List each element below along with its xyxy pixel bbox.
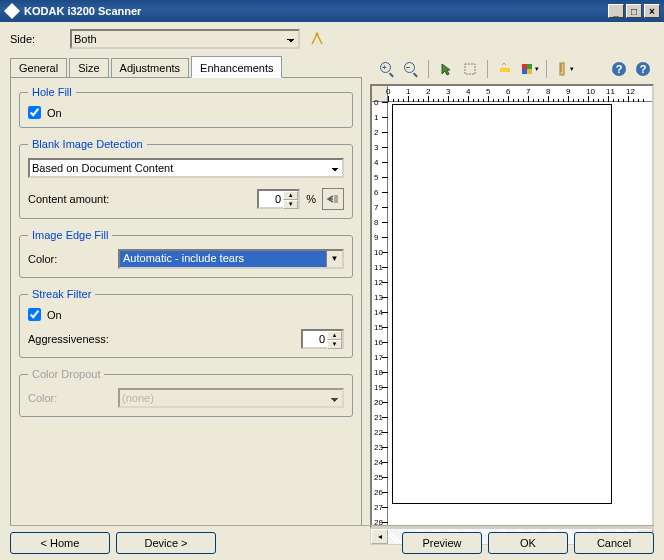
help-shortcut-icon[interactable]: ? xyxy=(608,58,630,80)
tab-size[interactable]: Size xyxy=(69,58,108,77)
tab-bar: General Size Adjustments Enhancements xyxy=(10,56,362,78)
svg-rect-2 xyxy=(465,64,475,74)
close-button[interactable]: × xyxy=(644,4,660,18)
content-amount-spinner[interactable]: ▲▼ xyxy=(257,189,300,209)
tool-ruler-icon[interactable]: ▾ xyxy=(553,58,575,80)
tool-region-icon[interactable] xyxy=(459,58,481,80)
ruler-vertical: 0123456789101112131415161718192021222324… xyxy=(372,102,388,526)
svg-rect-6 xyxy=(522,69,527,74)
svg-rect-1 xyxy=(334,195,338,203)
streak-filter-checkbox[interactable] xyxy=(28,308,41,321)
dropout-color-select: (none) xyxy=(118,388,344,408)
svg-rect-7 xyxy=(527,69,532,74)
title-bar: KODAK i3200 Scanner _ □ × xyxy=(0,0,664,22)
cancel-button[interactable]: Cancel xyxy=(574,532,654,554)
hole-fill-on-label: On xyxy=(47,107,62,119)
svg-rect-3 xyxy=(500,68,510,72)
streak-filter-legend: Streak Filter xyxy=(28,288,95,300)
hole-fill-legend: Hole Fill xyxy=(28,86,76,98)
tab-enhancements[interactable]: Enhancements xyxy=(191,56,282,78)
aggressiveness-spinner[interactable]: ▲▼ xyxy=(301,329,344,349)
ok-button[interactable]: OK xyxy=(488,532,568,554)
side-select[interactable]: Both xyxy=(70,29,300,49)
svg-rect-5 xyxy=(527,64,532,69)
edge-fill-group: Image Edge Fill Color: Automatic - inclu… xyxy=(19,229,353,278)
content-amount-input[interactable] xyxy=(259,191,283,207)
app-icon xyxy=(4,3,20,19)
maximize-button[interactable]: □ xyxy=(626,4,642,18)
dropout-color-label: Color: xyxy=(28,392,118,404)
aggressiveness-up[interactable]: ▲ xyxy=(327,331,342,340)
preview-page xyxy=(392,104,612,504)
edge-fill-legend: Image Edge Fill xyxy=(28,229,112,241)
percent-label: % xyxy=(306,193,316,205)
content-amount-down[interactable]: ▼ xyxy=(283,200,298,209)
aggressiveness-down[interactable]: ▼ xyxy=(327,340,342,349)
svg-text:?: ? xyxy=(640,63,647,75)
color-dropout-legend: Color Dropout xyxy=(28,368,104,380)
preview-toolbar: + − ▾ ▾ ? ? xyxy=(370,56,654,84)
preview-area: 0123456789101112 01234567891011121314151… xyxy=(370,84,654,528)
streak-filter-group: Streak Filter On Aggressiveness: ▲▼ xyxy=(19,288,353,358)
blank-image-mode-select[interactable]: Based on Document Content xyxy=(28,158,344,178)
window-title: KODAK i3200 Scanner xyxy=(24,5,606,17)
edge-fill-color-label: Color: xyxy=(28,253,118,265)
svg-rect-4 xyxy=(522,64,527,69)
tool-color-icon[interactable]: ▾ xyxy=(518,58,540,80)
tab-panel: Hole Fill On Blank Image Detection Based… xyxy=(10,78,362,526)
content-amount-up[interactable]: ▲ xyxy=(283,191,298,200)
bottom-bar: < Home Device > Preview OK Cancel xyxy=(10,525,654,554)
blank-image-group: Blank Image Detection Based on Document … xyxy=(19,138,353,219)
streak-on-label: On xyxy=(47,309,62,321)
device-button[interactable]: Device > xyxy=(116,532,216,554)
content-amount-label: Content amount: xyxy=(28,193,257,205)
ruler-horizontal: 0123456789101112 xyxy=(388,86,652,102)
side-tool-icon[interactable] xyxy=(306,28,328,50)
preview-button[interactable]: Preview xyxy=(402,532,482,554)
edge-fill-color-select[interactable]: Automatic - include tears ▼ xyxy=(118,249,344,269)
svg-point-0 xyxy=(316,33,319,36)
content-learn-button[interactable] xyxy=(322,188,344,210)
tool-pointer-icon[interactable] xyxy=(435,58,457,80)
aggressiveness-label: Aggressiveness: xyxy=(28,333,301,345)
aggressiveness-input[interactable] xyxy=(303,331,327,347)
tab-general[interactable]: General xyxy=(10,58,67,77)
hole-fill-group: Hole Fill On xyxy=(19,86,353,128)
blank-image-legend: Blank Image Detection xyxy=(28,138,147,150)
hole-fill-checkbox[interactable] xyxy=(28,106,41,119)
minimize-button[interactable]: _ xyxy=(608,4,624,18)
side-label: Side: xyxy=(10,33,70,45)
svg-text:?: ? xyxy=(616,63,623,75)
color-dropout-group: Color Dropout Color: (none) xyxy=(19,368,353,417)
tab-adjustments[interactable]: Adjustments xyxy=(111,58,190,77)
preview-canvas[interactable] xyxy=(388,102,652,526)
help-icon[interactable]: ? xyxy=(632,58,654,80)
zoom-out-icon[interactable]: − xyxy=(400,58,422,80)
tool-highlight-icon[interactable] xyxy=(494,58,516,80)
zoom-in-icon[interactable]: + xyxy=(376,58,398,80)
home-button[interactable]: < Home xyxy=(10,532,110,554)
